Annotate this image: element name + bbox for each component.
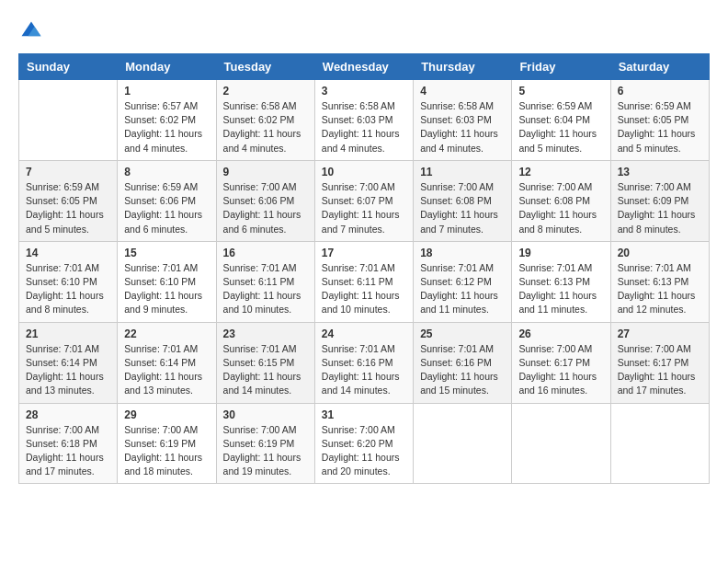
calendar-cell: 20Sunrise: 7:01 AMSunset: 6:13 PMDayligh… (610, 241, 709, 322)
calendar-cell: 16Sunrise: 7:01 AMSunset: 6:11 PMDayligh… (216, 241, 314, 322)
day-info: Sunrise: 7:00 AMSunset: 6:19 PMDaylight:… (223, 423, 308, 479)
day-number: 14 (26, 247, 110, 259)
day-number: 11 (420, 166, 505, 178)
day-info: Sunrise: 6:59 AMSunset: 6:06 PMDaylight:… (124, 180, 209, 236)
day-info: Sunrise: 7:01 AMSunset: 6:13 PMDaylight:… (518, 261, 603, 317)
calendar-cell: 19Sunrise: 7:01 AMSunset: 6:13 PMDayligh… (512, 241, 610, 322)
calendar-cell: 23Sunrise: 7:01 AMSunset: 6:15 PMDayligh… (216, 322, 314, 403)
calendar-cell: 21Sunrise: 7:01 AMSunset: 6:14 PMDayligh… (19, 322, 118, 403)
day-info: Sunrise: 7:00 AMSunset: 6:20 PMDaylight:… (322, 423, 406, 479)
day-info: Sunrise: 7:00 AMSunset: 6:17 PMDaylight:… (618, 342, 702, 398)
day-number: 18 (420, 247, 505, 259)
calendar-cell (19, 80, 118, 161)
calendar-cell: 24Sunrise: 7:01 AMSunset: 6:16 PMDayligh… (314, 322, 413, 403)
day-number: 17 (322, 247, 406, 259)
calendar-cell: 26Sunrise: 7:00 AMSunset: 6:17 PMDayligh… (512, 322, 610, 403)
header-saturday: Saturday (610, 54, 709, 80)
day-info: Sunrise: 7:01 AMSunset: 6:11 PMDaylight:… (223, 261, 308, 317)
day-info: Sunrise: 7:00 AMSunset: 6:19 PMDaylight:… (124, 423, 209, 479)
day-number: 13 (618, 166, 702, 178)
calendar-table: SundayMondayTuesdayWednesdayThursdayFrid… (18, 53, 710, 484)
calendar-cell: 6Sunrise: 6:59 AMSunset: 6:05 PMDaylight… (610, 80, 709, 161)
calendar-cell: 27Sunrise: 7:00 AMSunset: 6:17 PMDayligh… (610, 322, 709, 403)
day-number: 23 (223, 327, 308, 340)
day-number: 3 (322, 85, 406, 98)
calendar-cell: 22Sunrise: 7:01 AMSunset: 6:14 PMDayligh… (118, 322, 216, 403)
calendar-cell (610, 403, 709, 484)
day-info: Sunrise: 7:01 AMSunset: 6:10 PMDaylight:… (124, 261, 209, 317)
calendar-cell: 14Sunrise: 7:01 AMSunset: 6:10 PMDayligh… (19, 241, 118, 322)
calendar-cell: 29Sunrise: 7:00 AMSunset: 6:19 PMDayligh… (118, 403, 216, 484)
day-number: 7 (26, 166, 110, 178)
calendar-cell: 10Sunrise: 7:00 AMSunset: 6:07 PMDayligh… (314, 160, 413, 241)
day-number: 2 (223, 85, 308, 98)
calendar-week-5: 28Sunrise: 7:00 AMSunset: 6:18 PMDayligh… (19, 403, 710, 484)
calendar-cell: 4Sunrise: 6:58 AMSunset: 6:03 PMDaylight… (414, 80, 512, 161)
header-tuesday: Tuesday (216, 54, 314, 80)
day-number: 24 (322, 327, 406, 340)
day-info: Sunrise: 6:59 AMSunset: 6:04 PMDaylight:… (518, 99, 603, 155)
day-info: Sunrise: 7:00 AMSunset: 6:07 PMDaylight:… (322, 180, 406, 236)
day-info: Sunrise: 6:59 AMSunset: 6:05 PMDaylight:… (618, 99, 702, 155)
day-number: 10 (322, 166, 406, 178)
calendar-week-2: 7Sunrise: 6:59 AMSunset: 6:05 PMDaylight… (19, 160, 710, 241)
page-header (18, 18, 710, 44)
day-info: Sunrise: 7:01 AMSunset: 6:13 PMDaylight:… (618, 261, 702, 317)
day-number: 25 (420, 327, 505, 340)
calendar-cell: 11Sunrise: 7:00 AMSunset: 6:08 PMDayligh… (414, 160, 512, 241)
logo (18, 18, 48, 44)
day-info: Sunrise: 7:01 AMSunset: 6:14 PMDaylight:… (26, 342, 110, 398)
day-number: 26 (518, 327, 603, 340)
calendar-cell: 15Sunrise: 7:01 AMSunset: 6:10 PMDayligh… (118, 241, 216, 322)
calendar-cell (414, 403, 512, 484)
day-number: 4 (420, 85, 505, 98)
header-monday: Monday (118, 54, 216, 80)
day-info: Sunrise: 7:00 AMSunset: 6:06 PMDaylight:… (223, 180, 308, 236)
calendar-cell: 7Sunrise: 6:59 AMSunset: 6:05 PMDaylight… (19, 160, 118, 241)
day-number: 6 (618, 85, 702, 98)
day-number: 22 (124, 327, 209, 340)
calendar-cell: 2Sunrise: 6:58 AMSunset: 6:02 PMDaylight… (216, 80, 314, 161)
calendar-cell: 31Sunrise: 7:00 AMSunset: 6:20 PMDayligh… (314, 403, 413, 484)
day-number: 27 (618, 327, 702, 340)
calendar-cell: 3Sunrise: 6:58 AMSunset: 6:03 PMDaylight… (314, 80, 413, 161)
logo-icon (18, 18, 44, 44)
day-number: 19 (518, 247, 603, 259)
day-info: Sunrise: 7:00 AMSunset: 6:08 PMDaylight:… (518, 180, 603, 236)
day-info: Sunrise: 7:01 AMSunset: 6:14 PMDaylight:… (124, 342, 209, 398)
day-number: 9 (223, 166, 308, 178)
day-number: 16 (223, 247, 308, 259)
calendar-cell: 1Sunrise: 6:57 AMSunset: 6:02 PMDaylight… (118, 80, 216, 161)
calendar-cell (512, 403, 610, 484)
calendar-cell: 5Sunrise: 6:59 AMSunset: 6:04 PMDaylight… (512, 80, 610, 161)
day-number: 29 (124, 408, 209, 421)
calendar-cell: 9Sunrise: 7:00 AMSunset: 6:06 PMDaylight… (216, 160, 314, 241)
day-number: 20 (618, 247, 702, 259)
day-info: Sunrise: 6:58 AMSunset: 6:03 PMDaylight:… (420, 99, 505, 155)
day-info: Sunrise: 7:01 AMSunset: 6:10 PMDaylight:… (26, 261, 110, 317)
day-number: 30 (223, 408, 308, 421)
calendar-week-4: 21Sunrise: 7:01 AMSunset: 6:14 PMDayligh… (19, 322, 710, 403)
day-info: Sunrise: 7:01 AMSunset: 6:16 PMDaylight:… (322, 342, 406, 398)
calendar-week-1: 1Sunrise: 6:57 AMSunset: 6:02 PMDaylight… (19, 80, 710, 161)
header-friday: Friday (512, 54, 610, 80)
day-number: 8 (124, 166, 209, 178)
calendar-cell: 12Sunrise: 7:00 AMSunset: 6:08 PMDayligh… (512, 160, 610, 241)
day-number: 5 (518, 85, 603, 98)
calendar-cell: 25Sunrise: 7:01 AMSunset: 6:16 PMDayligh… (414, 322, 512, 403)
day-number: 31 (322, 408, 406, 421)
calendar-cell: 8Sunrise: 6:59 AMSunset: 6:06 PMDaylight… (118, 160, 216, 241)
header-wednesday: Wednesday (314, 54, 413, 80)
day-info: Sunrise: 7:01 AMSunset: 6:11 PMDaylight:… (322, 261, 406, 317)
day-number: 15 (124, 247, 209, 259)
calendar-cell: 30Sunrise: 7:00 AMSunset: 6:19 PMDayligh… (216, 403, 314, 484)
calendar-cell: 18Sunrise: 7:01 AMSunset: 6:12 PMDayligh… (414, 241, 512, 322)
day-number: 1 (124, 85, 209, 98)
day-info: Sunrise: 6:59 AMSunset: 6:05 PMDaylight:… (26, 180, 110, 236)
day-info: Sunrise: 7:00 AMSunset: 6:18 PMDaylight:… (26, 423, 110, 479)
day-info: Sunrise: 7:00 AMSunset: 6:08 PMDaylight:… (420, 180, 505, 236)
day-info: Sunrise: 7:01 AMSunset: 6:16 PMDaylight:… (420, 342, 505, 398)
day-number: 12 (518, 166, 603, 178)
day-info: Sunrise: 6:58 AMSunset: 6:02 PMDaylight:… (223, 99, 308, 155)
day-info: Sunrise: 6:58 AMSunset: 6:03 PMDaylight:… (322, 99, 406, 155)
